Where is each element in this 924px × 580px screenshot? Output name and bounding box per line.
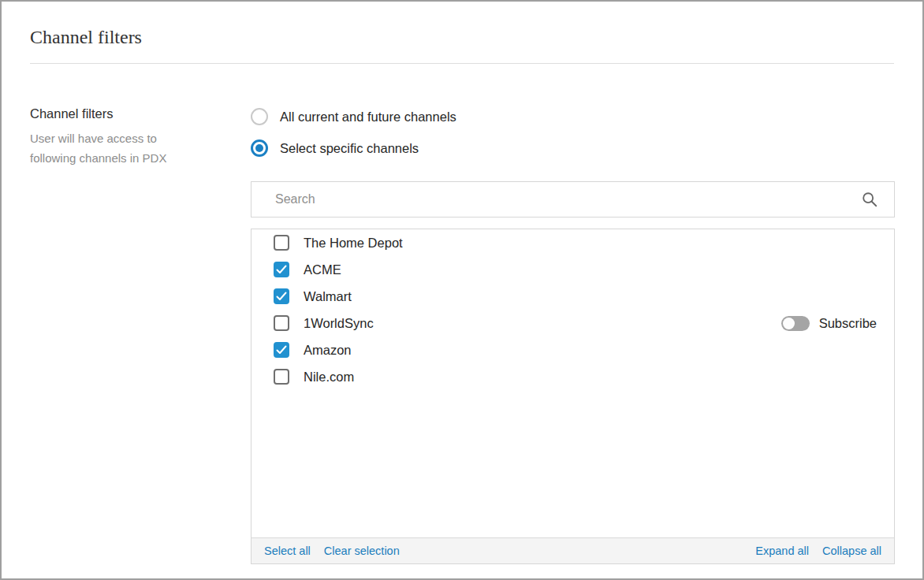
radio-unselected-icon[interactable] xyxy=(251,108,268,125)
radio-option-label: All current and future channels xyxy=(280,110,456,125)
channel-row: ACME xyxy=(251,256,894,283)
subscribe-toggle[interactable] xyxy=(781,316,810,331)
channel-name: Walmart xyxy=(304,289,352,304)
radio-option-all-channels[interactable]: All current and future channels xyxy=(251,108,456,125)
footer-link-clear-selection[interactable]: Clear selection xyxy=(324,545,400,557)
radio-option-select-specific[interactable]: Select specific channels xyxy=(251,139,419,157)
header-divider xyxy=(30,63,894,64)
subscribe-toggle-wrap: Subscribe xyxy=(781,310,877,336)
footer-left-actions: Select allClear selection xyxy=(264,545,400,557)
channel-name: ACME xyxy=(304,262,341,277)
channel-row: The Home Depot xyxy=(251,229,894,256)
channel-list-footer: Select allClear selection Expand allColl… xyxy=(251,537,894,563)
section-description: User will have access to following chann… xyxy=(30,128,227,168)
search-input[interactable] xyxy=(251,192,861,206)
channel-name: 1WorldSync xyxy=(304,316,374,331)
page-title: Channel filters xyxy=(30,27,142,48)
channel-filters-panel: Channel filters Channel filters User wil… xyxy=(0,0,924,580)
channel-name: Nile.com xyxy=(304,370,354,385)
checkbox-checked-2[interactable] xyxy=(274,288,289,304)
radio-option-label: Select specific channels xyxy=(280,141,419,156)
footer-link-select-all[interactable]: Select all xyxy=(264,545,311,557)
footer-link-collapse-all[interactable]: Collapse all xyxy=(822,545,881,557)
footer-right-actions: Expand allCollapse all xyxy=(755,545,881,557)
search-icon[interactable] xyxy=(861,191,878,208)
section-description-line2: following channels in PDX xyxy=(30,151,166,165)
search-box xyxy=(251,181,895,217)
channel-name: The Home Depot xyxy=(304,236,403,251)
checkbox-unchecked-5[interactable] xyxy=(274,369,289,385)
channel-list: The Home DepotACMEWalmart1WorldSyncSubsc… xyxy=(251,229,895,564)
footer-link-expand-all[interactable]: Expand all xyxy=(755,545,809,557)
channel-row: Nile.com xyxy=(251,363,894,390)
channel-list-rows: The Home DepotACMEWalmart1WorldSyncSubsc… xyxy=(251,229,894,537)
section-description-line1: User will have access to xyxy=(30,132,157,145)
section-info: Channel filters User will have access to… xyxy=(30,106,227,168)
checkbox-checked-4[interactable] xyxy=(274,342,289,358)
radio-selected-icon[interactable] xyxy=(251,139,268,157)
checkbox-unchecked-3[interactable] xyxy=(274,315,289,331)
subscribe-toggle-label: Subscribe xyxy=(819,316,877,331)
channel-row: 1WorldSyncSubscribe xyxy=(251,310,894,336)
checkbox-unchecked-0[interactable] xyxy=(274,235,289,251)
channel-row: Walmart xyxy=(251,283,894,310)
channel-name: Amazon xyxy=(304,343,352,358)
channel-row: Amazon xyxy=(251,336,894,363)
section-label: Channel filters xyxy=(30,106,227,121)
checkbox-checked-1[interactable] xyxy=(274,262,289,277)
